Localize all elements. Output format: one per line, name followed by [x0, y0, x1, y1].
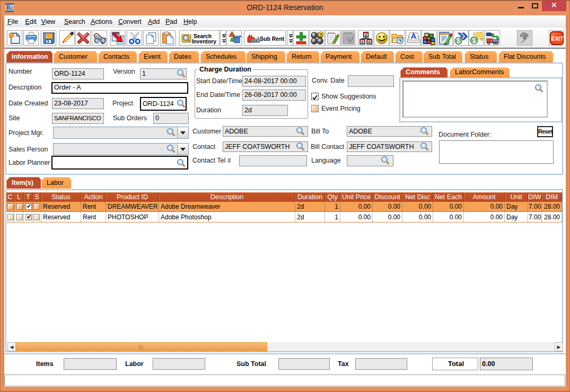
svg-text:?: ? [319, 32, 322, 38]
svg-text:$: $ [472, 37, 476, 44]
svg-text:EXIT: EXIT [551, 36, 564, 42]
svg-text:12: 12 [345, 35, 351, 41]
svg-text:Inventory: Inventory [192, 39, 216, 44]
svg-text:$: $ [457, 37, 460, 44]
svg-text:Sub Rent: Sub Rent [260, 35, 285, 42]
